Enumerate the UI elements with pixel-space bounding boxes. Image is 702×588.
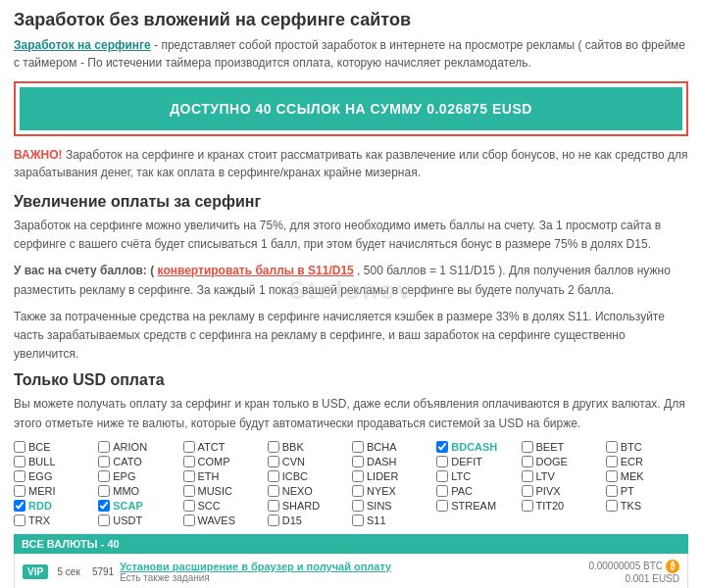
currency-label-pt[interactable]: PT [621, 485, 634, 497]
currency-checkbox-comp[interactable] [183, 456, 195, 467]
currency-label-trx[interactable]: TRX [28, 514, 50, 526]
currency-checkbox-bce[interactable] [14, 441, 25, 453]
currency-label-cato[interactable]: CATO [113, 456, 142, 467]
currency-label-egg[interactable]: EGG [28, 470, 52, 482]
currency-label-tks[interactable]: TKS [621, 500, 641, 512]
currency-checkbox-eth[interactable] [183, 470, 195, 482]
currency-label-lider[interactable]: LIDER [367, 470, 398, 482]
currency-checkbox-cvn[interactable] [268, 456, 279, 467]
currency-checkbox-epg[interactable] [98, 470, 110, 482]
currency-label-rdd[interactable]: RDD [28, 500, 52, 512]
currency-checkbox-pac[interactable] [436, 485, 448, 497]
currency-label-waves[interactable]: WAVES [198, 514, 236, 526]
currency-checkbox-doge[interactable] [522, 456, 533, 467]
currency-label-d15[interactable]: D15 [282, 514, 302, 526]
currency-checkbox-tks[interactable] [606, 500, 618, 512]
currency-label-mmo[interactable]: MMO [113, 485, 139, 497]
currency-label-arion[interactable]: ARION [113, 441, 147, 453]
currency-checkbox-bbk[interactable] [268, 441, 279, 453]
currency-checkbox-btc[interactable] [606, 441, 618, 453]
currency-label-meri[interactable]: MERI [28, 485, 56, 497]
currency-item-music: MUSIC [183, 485, 266, 497]
currency-checkbox-rdd[interactable] [14, 500, 25, 512]
currency-checkbox-mmo[interactable] [98, 485, 110, 497]
currency-item-lider: LIDER [352, 470, 434, 482]
currency-label-ltc[interactable]: LTC [451, 470, 471, 482]
currency-label-tit20[interactable]: TIT20 [536, 500, 565, 512]
currency-label-s11[interactable]: S11 [367, 514, 386, 526]
convert-link[interactable]: конвертировать баллы в S11/D15 [158, 264, 354, 277]
currency-label-stream[interactable]: STREAM [451, 500, 496, 512]
currency-checkbox-mek[interactable] [606, 470, 618, 482]
currency-checkbox-waves[interactable] [183, 514, 195, 526]
currency-label-bbk[interactable]: BBK [282, 441, 304, 453]
currency-checkbox-scc[interactable] [183, 500, 195, 512]
currency-label-icbc[interactable]: ICBC [282, 470, 308, 482]
currency-checkbox-beet[interactable] [522, 441, 533, 453]
task-count-0: 5791 [89, 566, 114, 577]
currency-checkbox-bcha[interactable] [352, 441, 364, 453]
currency-checkbox-dash[interactable] [352, 456, 364, 467]
currency-label-ecr[interactable]: ECR [621, 456, 643, 467]
currency-label-bdcash[interactable]: BDCASH [451, 441, 497, 453]
currency-checkbox-pivx[interactable] [522, 485, 533, 497]
currency-label-ltv[interactable]: LTV [536, 470, 555, 482]
currency-label-usdt[interactable]: USDT [113, 514, 142, 526]
currency-label-bull[interactable]: BULL [28, 456, 56, 467]
currency-checkbox-icbc[interactable] [268, 470, 279, 482]
currency-checkbox-trx[interactable] [14, 514, 25, 526]
currency-item-bdcash: BDCASH [436, 441, 519, 453]
currency-label-nyex[interactable]: NYEX [367, 485, 396, 497]
currency-checkbox-scap[interactable] [98, 500, 110, 512]
usd-section: Вы можете получать оплату за серфинг и к… [14, 395, 688, 525]
currency-label-cvn[interactable]: CVN [282, 456, 305, 467]
currency-label-atct[interactable]: ATCT [198, 441, 226, 453]
currency-checkbox-music[interactable] [183, 485, 195, 497]
cta-button[interactable]: ДОСТУПНО 40 ССЫЛОК НА СУММУ 0.026875 EUS… [20, 87, 682, 130]
currency-label-scap[interactable]: SCAP [113, 500, 143, 512]
currency-checkbox-ecr[interactable] [606, 456, 618, 467]
currency-checkbox-atct[interactable] [183, 441, 195, 453]
currency-label-pac[interactable]: PAC [451, 485, 473, 497]
currency-checkbox-arion[interactable] [98, 441, 110, 453]
currency-label-epg[interactable]: EPG [113, 470, 135, 482]
currency-checkbox-shard[interactable] [268, 500, 279, 512]
currency-checkbox-tit20[interactable] [522, 500, 533, 512]
currency-label-doge[interactable]: DOGE [536, 456, 568, 467]
currency-label-scc[interactable]: SCC [198, 500, 221, 512]
currency-label-pivx[interactable]: PIVX [536, 485, 561, 497]
currency-label-eth[interactable]: ETH [198, 470, 220, 482]
currency-checkbox-stream[interactable] [436, 500, 448, 512]
currency-checkbox-sins[interactable] [352, 500, 364, 512]
currency-checkbox-cato[interactable] [98, 456, 110, 467]
currency-checkbox-bdcash[interactable] [436, 441, 448, 453]
task-title-0[interactable]: Установи расширение в браузер и получай … [120, 561, 582, 572]
currency-label-defit[interactable]: DEFIT [451, 456, 482, 467]
currency-label-mek[interactable]: MEK [621, 470, 644, 482]
intro-surf-link[interactable]: Заработок на серфинге [14, 38, 151, 52]
currency-checkbox-ltv[interactable] [522, 470, 533, 482]
currency-label-music[interactable]: MUSIC [198, 485, 232, 497]
currency-label-sins[interactable]: SINS [367, 500, 392, 512]
currency-label-bce[interactable]: BCE [28, 441, 51, 453]
currency-checkbox-ltc[interactable] [436, 470, 448, 482]
currency-checkbox-meri[interactable] [14, 485, 25, 497]
currency-label-shard[interactable]: SHARD [282, 500, 321, 512]
currency-checkbox-nyex[interactable] [352, 485, 364, 497]
currency-checkbox-s11[interactable] [352, 514, 364, 526]
currency-checkbox-pt[interactable] [606, 485, 618, 497]
currency-label-bcha[interactable]: BCHA [367, 441, 397, 453]
currency-checkbox-usdt[interactable] [98, 514, 110, 526]
currency-item-s11: S11 [352, 514, 434, 526]
currency-checkbox-d15[interactable] [268, 514, 279, 526]
currency-label-btc[interactable]: BTC [621, 441, 642, 453]
currency-checkbox-bull[interactable] [14, 456, 25, 467]
currency-checkbox-nexo[interactable] [268, 485, 279, 497]
currency-checkbox-defit[interactable] [436, 456, 448, 467]
currency-label-beet[interactable]: BEET [536, 441, 565, 453]
currency-checkbox-lider[interactable] [352, 470, 364, 482]
currency-label-comp[interactable]: COMP [198, 456, 230, 467]
currency-label-dash[interactable]: DASH [367, 456, 397, 467]
currency-checkbox-egg[interactable] [14, 470, 25, 482]
currency-label-nexo[interactable]: NEXO [282, 485, 313, 497]
